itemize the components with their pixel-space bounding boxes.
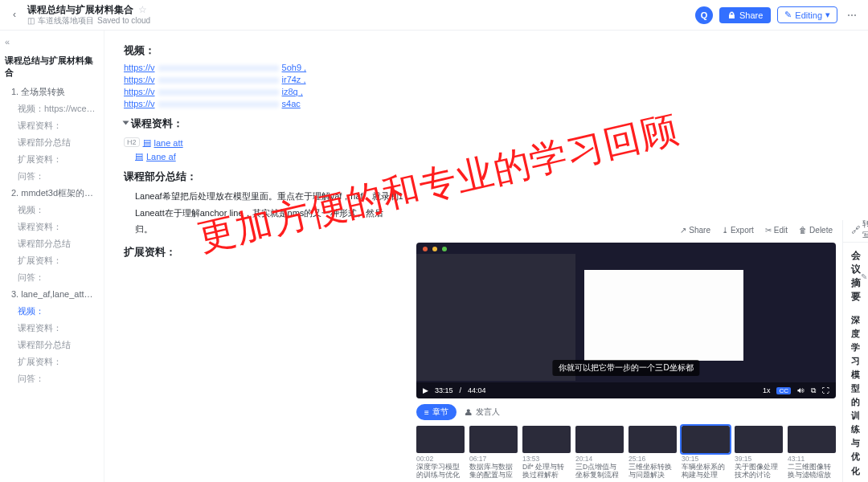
list-icon: ≡ <box>424 408 429 417</box>
play-icon[interactable]: ▶ <box>423 386 428 394</box>
sidebar-item[interactable]: 问答： <box>5 269 99 286</box>
thumb-img <box>735 426 783 453</box>
editing-button[interactable]: ✎ Editing ▾ <box>777 6 837 23</box>
thumb-label: 二三维图像转换与滤镜缩放 <box>788 463 836 479</box>
delete-action[interactable]: 🗑︎Delete <box>799 226 833 235</box>
doc-title: 课程总结与扩展材料集合 <box>27 4 133 15</box>
back-icon[interactable]: ‹ <box>8 8 21 21</box>
tab-transcript[interactable]: 🔗︎转写 <box>851 220 868 245</box>
video-player[interactable]: 你就可以把它带一步的一个三D坐标都 ▶ 33:15 / 44:04 1x CC <box>416 243 836 398</box>
sidebar-item[interactable]: 问答： <box>5 370 99 387</box>
material-link[interactable]: ▤Lane af <box>135 151 849 161</box>
summary-line: Laneaf希望把后处理放在模型里面。重点在于理解vaf，haf，就录制1 <box>135 189 849 204</box>
chevron-down-icon: ▾ <box>825 10 830 20</box>
summary-edit[interactable]: ✎编辑 <box>861 265 868 288</box>
doc-folder[interactable]: 车道线落地项目 <box>38 16 94 26</box>
chapter-thumb[interactable]: 25:16 三维坐标转换与问题解决 <box>628 426 677 479</box>
video-link[interactable]: https://viz8q , <box>124 87 849 96</box>
edit-action[interactable]: ✂Edit <box>765 226 788 235</box>
sidebar-item[interactable]: 视频： <box>5 202 99 219</box>
avatar[interactable]: Q <box>695 6 713 24</box>
fullscreen-icon[interactable]: ⛶ <box>822 386 829 394</box>
app-header: ‹ 课程总结与扩展材料集合 ☆ ◫ 车道线落地项目 Saved to cloud… <box>0 0 868 31</box>
thumb-label: 数据库与数据集的配置与应用 <box>469 463 518 479</box>
sidebar-item[interactable]: 课程部分总结 <box>5 134 99 151</box>
chapter-button[interactable]: ≡章节 <box>416 404 457 420</box>
section-heading: 视频： <box>124 43 849 58</box>
sidebar-item[interactable]: 扩展资料： <box>5 151 99 168</box>
video-window-chrome <box>423 244 829 254</box>
video-link[interactable]: https://vir74z , <box>124 75 849 84</box>
link-icon: 🔗︎ <box>851 225 860 235</box>
more-icon[interactable]: ⋯ <box>844 6 860 24</box>
time-current: 33:15 <box>435 386 453 394</box>
sidebar-item[interactable]: 3. lane_af,lane_att的理解 <box>5 286 99 303</box>
main-area: 视频： https://v5oh9 , https://vir74z , htt… <box>104 31 868 482</box>
doc-folder-icon: ◫ <box>27 16 35 26</box>
thumb-time: 25:16 <box>628 455 677 463</box>
thumb-time: 30:15 <box>682 455 730 463</box>
chapter-thumb[interactable]: 43:11 二三维图像转换与滤镜缩放 <box>788 426 836 479</box>
share-action[interactable]: ↗Share <box>680 226 710 235</box>
thumb-label: 车辆坐标系的构建与处理 <box>682 463 730 479</box>
cc-icon[interactable]: CC <box>776 387 791 394</box>
speaker-button[interactable]: 👤︎发言人 <box>465 406 500 418</box>
share-icon: 🔒︎ <box>727 10 736 20</box>
sidebar-item[interactable]: 扩展资料： <box>5 252 99 269</box>
sidebar-item[interactable]: 问答： <box>5 168 99 185</box>
person-icon: 👤︎ <box>465 408 473 417</box>
thumb-img <box>522 426 571 453</box>
pip-icon[interactable]: ⧉ <box>811 386 816 395</box>
chapter-thumb[interactable]: 30:15 车辆坐标系的构建与处理 <box>682 426 730 479</box>
sidebar-item[interactable]: 课程资料： <box>5 117 99 134</box>
summary-heading-row: 会议摘要 ✎编辑 <box>843 243 868 307</box>
sidebar-item[interactable]: 课程部分总结 <box>5 235 99 252</box>
doc-meta: 课程总结与扩展材料集合 ☆ ◫ 车道线落地项目 Saved to cloud <box>27 4 150 25</box>
video-link[interactable]: https://vs4ac <box>124 99 849 108</box>
sidebar-title: 课程总结与扩展材料集合 <box>5 55 99 79</box>
header-left: ‹ 课程总结与扩展材料集合 ☆ ◫ 车道线落地项目 Saved to cloud <box>8 4 695 25</box>
section-heading: 课程资料： <box>124 116 849 131</box>
video-link[interactable]: https://v5oh9 , <box>124 63 849 72</box>
video-plot-panel <box>584 270 743 361</box>
thumb-label: 三维坐标转换与问题解决 <box>628 463 677 479</box>
sidebar-item[interactable]: 课程资料： <box>5 219 99 235</box>
download-icon: ⤓ <box>722 226 728 235</box>
sidebar-item[interactable]: 扩展资料： <box>5 353 99 370</box>
scissors-icon: ✂ <box>765 226 772 235</box>
sidebar: « 课程总结与扩展材料集合 1. 全场景转换 视频：https://wceg70… <box>0 31 104 482</box>
volume-icon[interactable]: 🔊︎ <box>797 386 805 394</box>
caret-icon[interactable] <box>123 121 129 125</box>
trash-icon: 🗑︎ <box>799 226 807 235</box>
summary-body: 深度学习模型的训练与优化主要介绍了h语言中的数据处理和模型训练的过程。首先，将数… <box>843 307 868 482</box>
sidebar-item[interactable]: 2. mmdet3d框架的理解 <box>5 185 99 202</box>
thumb-time: 43:11 <box>788 455 836 463</box>
summary-heading: 会议摘要 <box>851 249 861 304</box>
sidebar-item[interactable]: 课程部分总结 <box>5 337 99 353</box>
window-dot-icon <box>442 247 447 251</box>
chapter-thumb[interactable]: 00:02 深度学习模型的训练与优化 <box>416 426 465 479</box>
thumb-img <box>575 426 624 453</box>
speed-icon[interactable]: 1x <box>763 386 771 394</box>
sidebar-item[interactable]: 视频：https://wceg70omzq.feish… <box>5 100 99 117</box>
sidebar-item[interactable]: 课程资料： <box>5 320 99 337</box>
doc-icon: ▤ <box>143 137 151 148</box>
video-subtitle: 你就可以把它带一步的一个三D坐标都 <box>552 360 699 376</box>
sidebar-item[interactable]: 视频： <box>5 303 99 320</box>
chapter-thumb[interactable]: 13:53 Dif* 处理与转换过程解析 <box>522 426 571 479</box>
thumb-time: 39:15 <box>735 455 783 463</box>
share-button[interactable]: 🔒︎ Share <box>719 7 771 23</box>
chapter-tabs: ≡章节 👤︎发言人 <box>410 402 842 423</box>
video-controls: ▶ 33:15 / 44:04 1x CC 🔊︎ ⧉ ⛶ <box>416 382 836 398</box>
sidebar-item[interactable]: 1. 全场景转换 <box>5 84 99 100</box>
chapter-thumb[interactable]: 39:15 关于图像处理技术的讨论 <box>735 426 783 479</box>
collapse-icon[interactable]: « <box>5 37 10 47</box>
chapter-thumb[interactable]: 06:17 数据库与数据集的配置与应用 <box>469 426 518 479</box>
export-action[interactable]: ⤓Export <box>722 226 754 235</box>
chapter-thumb[interactable]: 20:14 三D点增值与坐标复制流程解析 <box>575 426 624 479</box>
time-total: 44:04 <box>468 386 486 394</box>
thumb-time: 20:14 <box>575 455 624 463</box>
star-icon[interactable]: ☆ <box>138 4 147 15</box>
material-link[interactable]: ▤lane att <box>143 137 183 148</box>
saved-text: Saved to cloud <box>97 16 150 26</box>
